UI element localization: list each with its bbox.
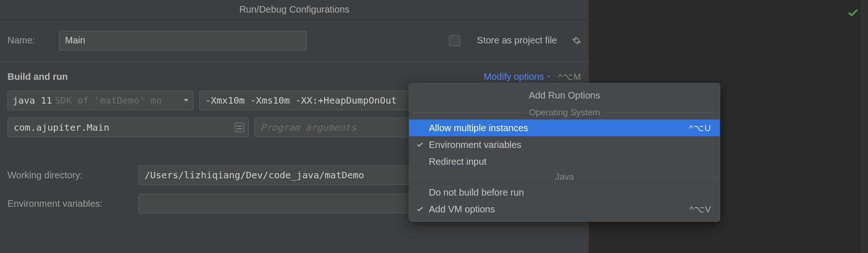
popup-item-label: Do not build before run [429,187,524,198]
check-icon [416,205,424,213]
scrollbar-strip[interactable] [861,0,868,253]
popup-item-label: Redirect input [429,156,486,167]
build-run-title: Build and run [7,71,68,82]
jdk-select[interactable]: java 11 SDK of 'matDemo' mo [7,91,194,110]
modify-options-label: Modify options [484,71,544,82]
popup-item-redirect-input[interactable]: Redirect input [409,153,720,170]
popup-title: Add Run Options [409,85,720,105]
popup-item-shortcut: ^⌥V [689,204,711,215]
working-dir-label: Working directory: [7,170,127,181]
popup-item-no-build[interactable]: Do not build before run [409,184,720,201]
chevron-down-icon [546,73,552,80]
popup-item-shortcut: ^⌥U [689,123,711,134]
success-check-icon [847,7,859,19]
popup-item-label: Allow multiple instances [429,123,528,134]
name-label: Name: [7,35,48,46]
main-class-input[interactable] [7,118,249,137]
popup-item-label: Add VM options [429,204,495,215]
popup-item-add-vm[interactable]: Add VM options ^⌥V [409,201,720,218]
add-run-options-popup: Add Run Options Operating System Allow m… [409,83,720,222]
dialog-title: Run/Debug Configurations [0,0,589,20]
popup-group-os: Operating System [409,105,720,119]
jdk-hint: SDK of 'matDemo' mo [55,95,162,106]
modify-options-link[interactable]: Modify options [484,71,552,82]
jdk-value: java 11 [13,95,52,106]
gear-icon[interactable] [572,36,581,45]
dropdown-icon [184,99,188,102]
browse-class-icon[interactable] [235,123,244,132]
dialog-title-text: Run/Debug Configurations [239,4,350,15]
store-as-project-label: Store as project file [477,35,557,46]
modify-options-shortcut: ^⌥M [558,71,581,82]
popup-item-env-vars[interactable]: Environment variables [409,136,720,153]
popup-item-label: Environment variables [429,140,521,150]
popup-item-allow-multiple[interactable]: Allow multiple instances ^⌥U [409,119,720,136]
name-row: Name: Store as project file [0,20,589,62]
check-icon [416,141,424,149]
env-vars-label: Environment variables: [7,198,127,209]
store-as-project-checkbox[interactable] [449,35,460,46]
name-input[interactable] [59,31,307,50]
popup-group-java: Java [409,170,720,184]
